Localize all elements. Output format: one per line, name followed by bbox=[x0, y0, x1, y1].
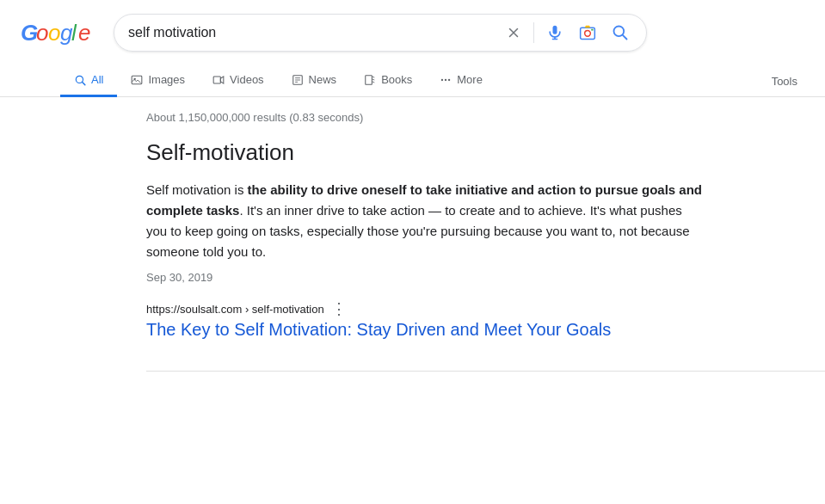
search-icon bbox=[612, 24, 629, 41]
result-breadcrumb: self-motivation bbox=[252, 303, 324, 316]
tab-more-label: More bbox=[457, 73, 483, 86]
featured-text: Self motivation is the ability to drive … bbox=[146, 180, 705, 262]
search-input[interactable]: self motivation bbox=[128, 25, 496, 40]
svg-text:l: l bbox=[71, 20, 77, 46]
voice-search-button[interactable] bbox=[543, 21, 567, 45]
videos-tab-icon bbox=[212, 74, 225, 86]
search-button[interactable] bbox=[608, 21, 632, 45]
svg-text:o: o bbox=[36, 20, 48, 46]
all-tab-icon bbox=[74, 74, 86, 86]
featured-text-before: Self motivation is bbox=[146, 182, 248, 197]
results-area: About 1,150,000,000 results (0.83 second… bbox=[0, 97, 774, 353]
search-result-item: https://soulsalt.com › self-motivation ⋮… bbox=[146, 301, 754, 340]
books-tab-icon bbox=[364, 74, 376, 86]
tab-images[interactable]: Images bbox=[117, 65, 199, 97]
tab-books-label: Books bbox=[381, 73, 412, 86]
featured-block: Self-motivation Self motivation is the a… bbox=[146, 139, 754, 284]
svg-line-12 bbox=[623, 35, 627, 40]
svg-line-14 bbox=[82, 82, 85, 85]
bottom-divider bbox=[146, 371, 825, 372]
result-options-button[interactable]: ⋮ bbox=[331, 301, 347, 317]
tab-images-label: Images bbox=[148, 73, 185, 86]
mic-icon bbox=[546, 24, 563, 41]
tools-button[interactable]: Tools bbox=[765, 66, 804, 96]
svg-point-28 bbox=[448, 78, 450, 80]
svg-point-26 bbox=[441, 78, 443, 80]
svg-rect-17 bbox=[213, 76, 220, 83]
featured-date: Sep 30, 2019 bbox=[146, 271, 754, 284]
tools-label: Tools bbox=[772, 75, 797, 88]
clear-button[interactable] bbox=[502, 22, 525, 44]
tab-videos-label: Videos bbox=[230, 73, 264, 86]
tab-news-label: News bbox=[309, 73, 337, 86]
tab-all[interactable]: All bbox=[60, 65, 117, 97]
divider bbox=[533, 22, 534, 43]
tab-videos[interactable]: Videos bbox=[199, 65, 278, 97]
tab-more[interactable]: More bbox=[426, 65, 496, 97]
svg-point-27 bbox=[445, 78, 446, 80]
search-bar: self motivation bbox=[114, 14, 647, 52]
tab-news[interactable]: News bbox=[278, 65, 351, 97]
result-url-line: https://soulsalt.com › self-motivation ⋮ bbox=[146, 301, 754, 317]
result-title: The Key to Self Motivation: Stay Driven … bbox=[146, 320, 611, 339]
tab-books[interactable]: Books bbox=[350, 65, 426, 97]
search-icon-group bbox=[502, 21, 632, 45]
svg-rect-6 bbox=[553, 26, 557, 34]
google-logo: G o o g l e bbox=[21, 20, 100, 46]
image-search-button[interactable] bbox=[576, 21, 600, 45]
more-tab-icon bbox=[440, 74, 452, 86]
result-domain: https://soulsalt.com bbox=[146, 303, 242, 316]
search-tabs: All Images Videos bbox=[0, 57, 825, 97]
images-tab-icon bbox=[131, 74, 143, 86]
news-tab-icon bbox=[292, 74, 304, 86]
search-header: G o o g l e self motivation bbox=[0, 0, 825, 52]
svg-text:e: e bbox=[78, 20, 90, 46]
result-title-link[interactable]: The Key to Self Motivation: Stay Driven … bbox=[146, 320, 754, 340]
svg-rect-10 bbox=[591, 29, 594, 31]
svg-text:o: o bbox=[48, 20, 60, 46]
featured-title: Self-motivation bbox=[146, 139, 754, 166]
results-count: About 1,150,000,000 results (0.83 second… bbox=[146, 111, 754, 124]
camera-icon bbox=[579, 24, 596, 41]
result-breadcrumb-arrow: › bbox=[245, 303, 252, 316]
svg-rect-22 bbox=[366, 75, 372, 84]
svg-point-9 bbox=[585, 31, 591, 37]
tab-all-label: All bbox=[91, 73, 103, 86]
result-url: https://soulsalt.com › self-motivation bbox=[146, 303, 324, 316]
close-icon bbox=[506, 25, 521, 40]
